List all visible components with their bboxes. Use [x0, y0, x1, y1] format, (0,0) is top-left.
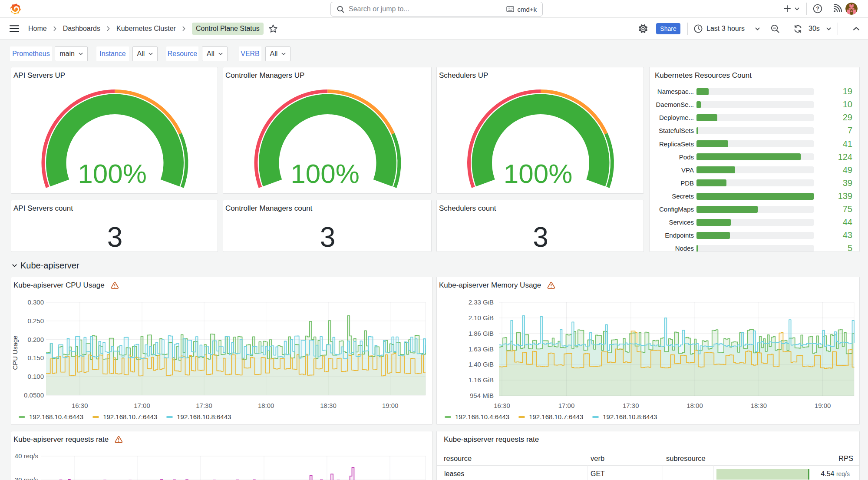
svg-text:1.86 GiB: 1.86 GiB: [469, 330, 494, 337]
svg-text:1.16 GiB: 1.16 GiB: [469, 376, 494, 384]
svg-text:40 req/s: 40 req/s: [15, 452, 38, 460]
svg-text:18:30: 18:30: [320, 402, 337, 409]
svg-text:1.63 GiB: 1.63 GiB: [469, 345, 494, 353]
svg-text:2.33 GiB: 2.33 GiB: [469, 298, 494, 306]
svg-text:0.200: 0.200: [27, 336, 44, 343]
svg-text:17:30: 17:30: [196, 402, 212, 409]
svg-text:0.0500: 0.0500: [24, 391, 44, 399]
svg-text:17:00: 17:00: [134, 402, 150, 409]
svg-text:17:30: 17:30: [623, 402, 639, 409]
svg-text:954 MiB: 954 MiB: [470, 392, 494, 399]
svg-text:16:30: 16:30: [494, 402, 510, 409]
svg-text:0.150: 0.150: [27, 354, 44, 361]
svg-text:1.40 GiB: 1.40 GiB: [469, 361, 494, 368]
svg-text:19:00: 19:00: [382, 402, 399, 409]
svg-text:2.10 GiB: 2.10 GiB: [469, 314, 494, 321]
svg-text:30 req/s: 30 req/s: [15, 476, 38, 480]
svg-text:0.250: 0.250: [27, 317, 44, 324]
svg-text:?: ?: [816, 6, 819, 12]
svg-text:16:30: 16:30: [72, 402, 88, 409]
svg-text:0.100: 0.100: [27, 373, 44, 380]
svg-text:19:00: 19:00: [815, 402, 831, 409]
svg-text:CPU Usage: CPU Usage: [11, 335, 19, 370]
svg-text:17:00: 17:00: [558, 402, 575, 409]
svg-text:18:30: 18:30: [751, 402, 767, 409]
svg-text:0.300: 0.300: [27, 298, 44, 306]
svg-text:18:00: 18:00: [686, 402, 703, 409]
svg-text:18:00: 18:00: [258, 402, 274, 409]
